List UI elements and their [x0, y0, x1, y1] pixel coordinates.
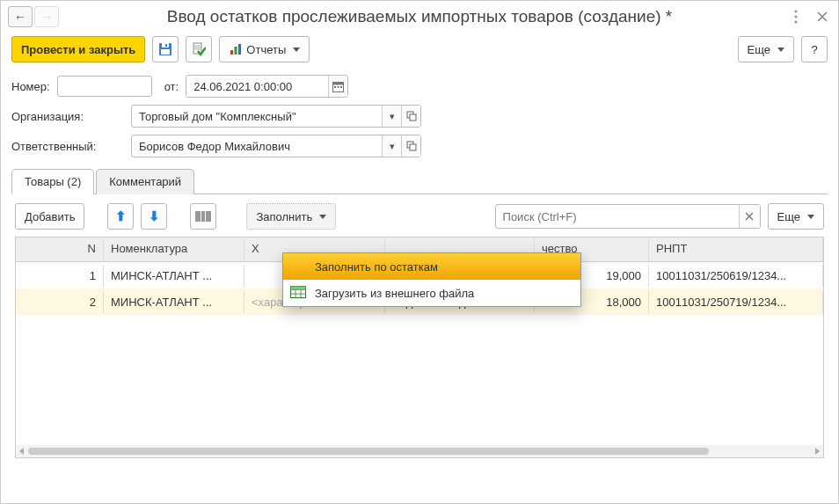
open-ref-icon[interactable]: [401, 135, 420, 157]
caret-down-icon: [807, 215, 814, 219]
barcode-icon: [195, 210, 211, 223]
th-rnpt[interactable]: РНПТ: [649, 237, 823, 261]
window-title: Ввод остатков прослеживаемых импортных т…: [61, 7, 778, 26]
fill-dropdown-menu: Заполнить по остаткам Загрузить из внешн…: [282, 252, 581, 307]
cell-n: 1: [16, 265, 104, 287]
label-resp: Ответственный:: [11, 140, 124, 153]
svg-rect-9: [235, 47, 237, 55]
nav-forward-button[interactable]: →: [34, 6, 59, 27]
calendar-icon[interactable]: [328, 76, 347, 97]
horizontal-scrollbar[interactable]: [16, 445, 823, 457]
resp-input[interactable]: Борисов Федор Михайлович: [132, 135, 382, 157]
dropdown-icon[interactable]: ▾: [382, 106, 401, 127]
row-org: Организация: Торговый дом "Комплексный" …: [1, 101, 838, 131]
reports-button[interactable]: Отчеты: [219, 36, 310, 62]
org-input[interactable]: Торговый дом "Комплексный": [132, 106, 382, 127]
svg-rect-13: [334, 86, 336, 88]
menu-item-label: Заполнить по остаткам: [315, 260, 438, 274]
org-input-group: Торговый дом "Комплексный" ▾: [131, 105, 421, 128]
svg-rect-21: [291, 287, 306, 290]
date-input[interactable]: 24.06.2021 0:00:00: [186, 76, 328, 97]
tab-goods[interactable]: Товары (2): [11, 169, 94, 194]
main-toolbar: Провести и закрыть Отчеты Еще ?: [1, 31, 838, 71]
reports-label: Отчеты: [246, 43, 286, 56]
svg-rect-17: [410, 114, 416, 121]
nav-back-button[interactable]: ←: [8, 6, 33, 27]
cell-rnpt: 10011031/250719/1234...: [649, 291, 823, 313]
more-button[interactable]: Еще: [738, 36, 794, 62]
label-number: Номер:: [11, 80, 50, 93]
caret-down-icon: [319, 215, 326, 219]
date-input-group: 24.06.2021 0:00:00: [186, 75, 348, 98]
label-org: Организация:: [11, 110, 124, 123]
svg-rect-6: [161, 49, 170, 55]
svg-point-0: [794, 10, 797, 12]
menu-item-fill-by-balances[interactable]: Заполнить по остаткам: [283, 253, 580, 280]
cell-rnpt: 10011031/250619/1234...: [649, 265, 823, 287]
dropdown-icon[interactable]: ▾: [382, 135, 401, 157]
clear-search-button[interactable]: [739, 205, 760, 228]
svg-rect-19: [410, 144, 416, 150]
move-down-button[interactable]: ⬇: [141, 203, 167, 230]
tab-comment[interactable]: Комментарий: [96, 169, 194, 194]
post-and-close-label: Провести и закрыть: [21, 43, 135, 56]
row-number: Номер: от: 24.06.2021 0:00:00: [1, 71, 838, 101]
menu-item-load-from-file[interactable]: Загрузить из внешнего файла: [283, 280, 580, 306]
table-toolbar: Добавить ⬆ ⬇ Заполнить Еще: [1, 194, 838, 237]
fill-label: Заполнить: [256, 210, 312, 223]
open-ref-icon[interactable]: [401, 106, 420, 127]
caret-down-icon: [777, 47, 784, 52]
label-from: от:: [164, 80, 179, 93]
caret-down-icon: [293, 47, 300, 52]
menu-item-label: Загрузить из внешнего файла: [315, 287, 474, 300]
th-n[interactable]: N: [16, 237, 104, 261]
post-and-close-button[interactable]: Провести и закрыть: [11, 36, 145, 62]
search-box: [495, 204, 761, 229]
th-nomenclature[interactable]: Номенклатура: [104, 237, 244, 261]
svg-point-1: [794, 15, 797, 18]
svg-rect-14: [338, 86, 339, 88]
help-label: ?: [811, 43, 817, 56]
move-up-button[interactable]: ⬆: [107, 203, 134, 230]
resp-input-group: Борисов Федор Михайлович ▾: [131, 135, 421, 157]
search-wrap: Еще: [495, 203, 824, 230]
number-input[interactable]: [57, 76, 152, 97]
search-input[interactable]: [496, 210, 739, 223]
cell-n: 2: [16, 291, 104, 313]
svg-rect-15: [340, 86, 342, 88]
post-icon-button[interactable]: [186, 36, 212, 62]
svg-rect-12: [333, 82, 344, 84]
save-icon-button[interactable]: [152, 36, 179, 62]
add-button[interactable]: Добавить: [15, 203, 84, 230]
close-icon[interactable]: [813, 8, 831, 26]
tabs: Товары (2) Комментарий: [11, 168, 828, 194]
more-label: Еще: [748, 43, 770, 56]
fill-button[interactable]: Заполнить: [246, 203, 336, 230]
table-more-label: Еще: [777, 210, 800, 223]
cell-nom: МИНСК-АТЛАНТ ...: [104, 265, 244, 287]
svg-rect-5: [165, 44, 167, 47]
table-more-button[interactable]: Еще: [768, 203, 824, 230]
svg-rect-10: [238, 44, 241, 55]
help-button[interactable]: ?: [801, 36, 828, 62]
spreadsheet-icon: [290, 286, 306, 300]
kebab-menu-icon[interactable]: [787, 8, 805, 26]
window: ← → Ввод остатков прослеживаемых импортн…: [0, 0, 839, 504]
add-label: Добавить: [25, 210, 75, 223]
row-resp: Ответственный: Борисов Федор Михайлович …: [1, 131, 838, 161]
titlebar: ← → Ввод остатков прослеживаемых импортн…: [1, 1, 838, 31]
cell-nom: МИНСК-АТЛАНТ ...: [104, 291, 244, 313]
svg-point-2: [794, 20, 797, 23]
barcode-button[interactable]: [190, 203, 216, 230]
svg-rect-8: [230, 50, 233, 55]
chart-icon: [229, 42, 243, 56]
